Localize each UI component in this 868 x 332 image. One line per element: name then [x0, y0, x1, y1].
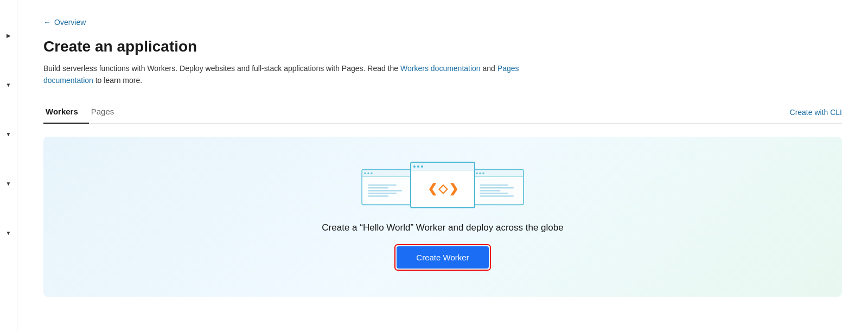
- browser-line: [480, 190, 500, 191]
- sidebar: ▶ ▼ ▼ ▼ ▼: [0, 0, 17, 332]
- browser-lines-right: [478, 182, 520, 199]
- page-description: Build serverless functions with Workers.…: [43, 62, 532, 87]
- description-suffix: to learn more.: [93, 76, 142, 85]
- browser-window-left: [361, 169, 412, 205]
- sidebar-chevron-3[interactable]: ▼: [6, 131, 11, 137]
- browser-dot: [367, 173, 369, 174]
- chevron-left-icon: ❮: [427, 182, 437, 196]
- sidebar-chevron-5[interactable]: ▼: [6, 230, 11, 236]
- browser-line: [368, 195, 388, 197]
- description-prefix: Build serverless functions with Workers.…: [43, 64, 400, 73]
- browser-dot: [417, 165, 419, 168]
- page-title: Create an application: [43, 37, 842, 56]
- browser-body-center: ❮ ◇ ❯: [411, 170, 474, 207]
- browser-line: [368, 184, 396, 186]
- browser-window-center: ❮ ◇ ❯: [410, 162, 475, 208]
- diamond-icon: ◇: [438, 182, 448, 196]
- sidebar-chevron-2[interactable]: ▼: [6, 82, 11, 88]
- browser-line: [368, 193, 396, 194]
- sidebar-chevron-1[interactable]: ▶: [7, 33, 11, 39]
- back-link-label: Overview: [54, 18, 86, 27]
- hero-card: ❮ ◇ ❯: [43, 137, 842, 297]
- browser-window-right: [473, 169, 524, 205]
- main-content: ← Overview Create an application Build s…: [17, 0, 868, 332]
- sidebar-chevron-4[interactable]: ▼: [6, 181, 11, 187]
- hero-tagline: Create a “Hello World” Worker and deploy…: [322, 222, 563, 233]
- back-link[interactable]: ← Overview: [43, 18, 86, 27]
- browser-dot: [479, 173, 481, 174]
- worker-illustration: ❮ ◇ ❯: [350, 163, 535, 212]
- browser-line: [368, 190, 402, 191]
- browser-titlebar-right: [474, 170, 523, 177]
- code-brackets-icon: ❮ ◇ ❯: [427, 182, 458, 196]
- browser-dot: [371, 173, 372, 174]
- browser-line: [480, 187, 514, 189]
- create-with-cli-link[interactable]: Create with CLI: [790, 108, 842, 117]
- create-worker-button[interactable]: Create Worker: [397, 246, 488, 269]
- tab-pages[interactable]: Pages: [89, 101, 125, 124]
- create-worker-button-highlight: Create Worker: [394, 244, 490, 271]
- workers-doc-link[interactable]: Workers documentation: [400, 64, 481, 73]
- browser-dot: [482, 173, 484, 174]
- chevron-right-icon: ❯: [449, 182, 458, 196]
- browser-line: [480, 193, 508, 194]
- browser-line: [480, 195, 514, 197]
- browser-dot: [421, 165, 423, 168]
- browser-titlebar-left: [362, 170, 411, 177]
- browser-line: [368, 187, 388, 189]
- browser-dot: [364, 173, 366, 174]
- browser-body-left: [362, 177, 411, 205]
- back-arrow-icon: ←: [43, 18, 51, 27]
- browser-dot: [413, 165, 416, 168]
- browser-dot: [476, 173, 477, 174]
- tabs: Workers Pages: [43, 101, 125, 123]
- tab-workers[interactable]: Workers: [43, 101, 89, 124]
- browser-line: [480, 184, 508, 186]
- tabs-container: Workers Pages Create with CLI: [43, 101, 842, 124]
- browser-titlebar-center: [411, 163, 474, 170]
- browser-body-right: [474, 177, 523, 205]
- browser-lines-left: [366, 182, 408, 199]
- description-mid: and: [481, 64, 497, 73]
